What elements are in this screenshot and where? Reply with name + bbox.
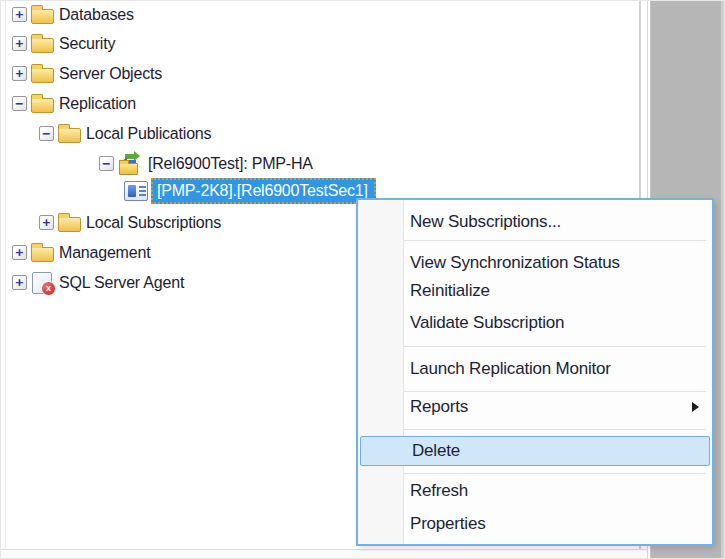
expand-minus-icon[interactable]: − — [39, 126, 54, 141]
tree-item-security[interactable]: + Security — [1, 30, 641, 58]
agent-stopped-badge-icon: x — [41, 281, 56, 296]
expand-plus-icon[interactable]: + — [12, 36, 27, 51]
expand-minus-icon[interactable]: − — [99, 156, 114, 171]
expand-plus-icon[interactable]: + — [12, 66, 27, 81]
object-explorer-panel: + Databases + Security + Server Objects … — [0, 0, 725, 559]
menu-item-properties[interactable]: Properties — [359, 510, 711, 538]
menu-separator — [404, 391, 706, 392]
folder-icon — [58, 217, 81, 232]
tree-item-label[interactable]: Replication — [59, 95, 136, 113]
menu-item-label: Reports — [410, 397, 468, 416]
publication-icon — [118, 153, 144, 175]
menu-item-launch-replication-monitor[interactable]: Launch Replication Monitor — [359, 355, 711, 383]
menu-item-reports[interactable]: Reports — [359, 393, 711, 421]
folder-icon — [58, 128, 81, 143]
tree-item-label[interactable]: Security — [59, 35, 115, 53]
menu-separator — [404, 346, 706, 347]
tree-item-label[interactable]: Databases — [59, 6, 134, 24]
tree-item-server-objects[interactable]: + Server Objects — [1, 60, 641, 88]
expand-plus-icon[interactable]: + — [12, 245, 27, 260]
expand-plus-icon[interactable]: + — [12, 275, 27, 290]
tree-item-label[interactable]: SQL Server Agent — [59, 274, 184, 292]
selected-tree-node[interactable]: [PMP-2K8].[Rel6900TestSec1] — [151, 178, 376, 204]
expand-minus-icon[interactable]: − — [12, 96, 27, 111]
tree-item-label[interactable]: Server Objects — [59, 65, 162, 83]
folder-icon — [31, 98, 54, 113]
folder-icon — [31, 68, 54, 83]
tree-item-label[interactable]: Management — [59, 244, 150, 262]
sql-agent-icon: x — [32, 272, 52, 294]
subscription-icon — [124, 181, 148, 201]
menu-separator — [404, 240, 706, 241]
menu-item-new-subscriptions[interactable]: New Subscriptions... — [359, 208, 711, 236]
tree-item-replication[interactable]: − Replication — [1, 90, 641, 118]
tree-item-label[interactable]: Local Publications — [86, 125, 211, 143]
gray-panel-edge — [721, 1, 725, 558]
expand-plus-icon[interactable]: + — [39, 215, 54, 230]
tree-item-databases[interactable]: + Databases — [1, 1, 641, 29]
menu-item-reinitialize[interactable]: Reinitialize — [359, 277, 711, 305]
tree-item-publication-rel6900test[interactable]: − [Rel6900Test]: PMP-HA — [1, 150, 641, 178]
folder-icon — [31, 9, 54, 24]
menu-item-view-synchronization-status[interactable]: View Synchronization Status — [359, 249, 711, 277]
menu-item-delete[interactable]: Delete — [360, 436, 710, 466]
folder-icon — [31, 247, 54, 262]
tree-item-local-publications[interactable]: − Local Publications — [1, 120, 641, 148]
context-menu: New Subscriptions... View Synchronizatio… — [356, 198, 714, 546]
panel-bottom-strip — [1, 550, 647, 559]
submenu-arrow-icon — [692, 402, 699, 412]
publication-folder-icon — [119, 163, 138, 175]
tree-item-label[interactable]: Local Subscriptions — [86, 214, 221, 232]
menu-separator — [404, 429, 706, 430]
tree-item-label[interactable]: [Rel6900Test]: PMP-HA — [148, 155, 313, 173]
menu-separator — [404, 473, 706, 474]
menu-item-validate-subscription[interactable]: Validate Subscription — [359, 309, 711, 337]
menu-item-refresh[interactable]: Refresh — [359, 477, 711, 505]
folder-icon — [31, 38, 54, 53]
tree-item-label[interactable]: [PMP-2K8].[Rel6900TestSec1] — [157, 182, 368, 200]
expand-plus-icon[interactable]: + — [12, 7, 27, 22]
